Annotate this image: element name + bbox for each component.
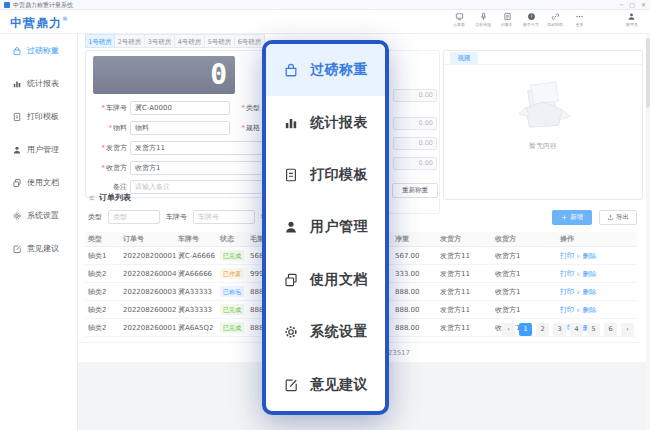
minimize-button[interactable]: ─ <box>620 0 624 10</box>
filter-type-label: 类型 <box>88 212 102 222</box>
net-field[interactable]: 0.00 <box>393 157 437 170</box>
more-button[interactable]: 更多 <box>568 12 590 27</box>
nav-menu-popup: 过磅称重 统计报表 打印模板 用户管理 使用文档 系统设置 意见建议 <box>262 40 389 415</box>
copy-docs-icon <box>283 272 299 288</box>
pagination: ‹ 1 2 3 4 5 6 › <box>502 323 634 336</box>
filter-type-input[interactable]: 类型 <box>108 210 160 224</box>
delete-link[interactable]: 删除 <box>582 288 596 296</box>
tab-scale-6[interactable]: 6号磅房 <box>235 34 265 48</box>
status-badge: 已完成 <box>220 322 244 333</box>
tare-field[interactable]: 0.00 <box>393 137 437 150</box>
sidebar-item-weighing[interactable]: 过磅称重 <box>0 34 77 67</box>
ellipsis-icon <box>575 12 584 21</box>
print-link[interactable]: 打印 <box>560 306 574 314</box>
gear-icon <box>12 211 22 221</box>
filter-plate-input[interactable]: 车牌号 <box>193 210 255 224</box>
window-titlebar: 中营鼎力称重计量系统 ─ □ ✕ <box>0 0 650 10</box>
weight-display: 0 <box>93 56 235 94</box>
tab-scale-3[interactable]: 3号磅房 <box>145 34 175 48</box>
help-circle-icon <box>527 12 536 21</box>
sidebar-item-docs[interactable]: 使用文档 <box>0 166 77 199</box>
app-header: 中营鼎力® ZHONGYINGDINGLI 小屏幕 语音播报 记事本 新手引导 <box>0 10 650 34</box>
tool-label: 小屏幕 <box>453 22 465 27</box>
type-label: *类型 <box>236 103 260 113</box>
material-input[interactable]: 物料 <box>130 121 230 135</box>
chevron-down-icon[interactable]: ∨ <box>576 252 580 259</box>
page-5[interactable]: 5 <box>587 323 600 336</box>
bar-chart-icon <box>12 79 22 89</box>
page-4[interactable]: 4 <box>570 323 583 336</box>
person-icon <box>627 12 636 21</box>
video-tab-strip: 视频 <box>444 51 642 65</box>
page-prev[interactable]: ‹ <box>502 323 515 336</box>
notepad-button[interactable]: 记事本 <box>496 12 518 27</box>
sidebar-item-print-template[interactable]: 打印模板 <box>0 100 77 133</box>
tab-scale-4[interactable]: 4号磅房 <box>175 34 205 48</box>
sidebar-item-user-management[interactable]: 用户管理 <box>0 133 77 166</box>
header-toolbar: 小屏幕 语音播报 记事本 新手引导 远程协助 更多 <box>448 12 590 27</box>
video-card: 视频 暂无内容 <box>443 50 643 200</box>
weight-field[interactable]: 0.00 <box>393 89 437 102</box>
guide-button[interactable]: 新手引导 <box>520 12 542 27</box>
page-next[interactable]: › <box>621 323 634 336</box>
material-label: *物料 <box>93 123 127 133</box>
page-1[interactable]: 1 <box>519 323 532 336</box>
sidebar-item-settings[interactable]: 系统设置 <box>0 199 77 232</box>
page-6[interactable]: 6 <box>604 323 617 336</box>
chevron-down-icon[interactable]: ∨ <box>576 306 580 313</box>
empty-box-icon <box>504 75 582 133</box>
delete-link[interactable]: 删除 <box>582 270 596 278</box>
status-badge: 已称毛 <box>220 286 244 297</box>
print-link[interactable]: 打印 <box>560 252 574 260</box>
reweigh-button[interactable]: 重新称重 <box>392 183 438 198</box>
user-label: 管理员 <box>625 22 637 27</box>
gear-icon <box>283 324 299 340</box>
menu-item-weighing[interactable]: 过磅称重 <box>266 44 385 96</box>
status-badge: 已作废 <box>220 268 244 279</box>
document-icon <box>12 112 22 122</box>
scrollbar[interactable] <box>646 34 650 430</box>
close-button[interactable]: ✕ <box>641 0 646 10</box>
export-button[interactable]: 导出 <box>599 210 637 225</box>
tool-label: 新手引导 <box>523 22 539 27</box>
print-link[interactable]: 打印 <box>560 270 574 278</box>
tab-scale-5[interactable]: 5号磅房 <box>205 34 235 48</box>
user-menu[interactable]: 管理员 <box>625 12 639 27</box>
remote-assist-button[interactable]: 远程协助 <box>544 12 566 27</box>
menu-item-settings[interactable]: 系统设置 <box>266 306 385 358</box>
plate-label: *车牌号 <box>93 103 127 113</box>
window-title: 中营鼎力称重计量系统 <box>13 0 73 10</box>
empty-text: 暂无内容 <box>444 141 642 151</box>
screen-icon <box>455 12 464 21</box>
delete-link[interactable]: 删除 <box>582 252 596 260</box>
chevron-down-icon[interactable]: ∨ <box>576 270 580 277</box>
scrollbar-thumb[interactable] <box>646 38 650 108</box>
gross-field[interactable]: 0.00 <box>393 117 437 130</box>
tab-scale-2[interactable]: 2号磅房 <box>115 34 145 48</box>
chevron-down-icon[interactable]: ∨ <box>576 288 580 295</box>
sidebar-nav: 过磅称重 统计报表 打印模板 用户管理 使用文档 系统设置 意见建议 <box>0 34 78 430</box>
add-order-button[interactable]: 新增 <box>552 210 592 225</box>
menu-item-user-management[interactable]: 用户管理 <box>266 201 385 253</box>
menu-item-docs[interactable]: 使用文档 <box>266 254 385 306</box>
menu-item-print-template[interactable]: 打印模板 <box>266 149 385 201</box>
person-icon <box>12 145 22 155</box>
delete-link[interactable]: 删除 <box>582 306 596 314</box>
maximize-button[interactable]: □ <box>629 0 635 10</box>
tab-scale-1[interactable]: 1号磅房 <box>85 34 115 48</box>
menu-item-reports[interactable]: 统计报表 <box>266 96 385 148</box>
receiver-label: *收货方 <box>93 163 127 173</box>
tool-label: 语音播报 <box>475 22 491 27</box>
page-3[interactable]: 3 <box>553 323 566 336</box>
small-screen-button[interactable]: 小屏幕 <box>448 12 470 27</box>
print-link[interactable]: 打印 <box>560 288 574 296</box>
sidebar-item-feedback[interactable]: 意见建议 <box>0 232 77 265</box>
video-empty-state: 暂无内容 <box>444 75 642 151</box>
plate-input[interactable]: 冀C-A0000 <box>130 101 230 115</box>
filter-plate-label: 车牌号 <box>166 212 187 222</box>
sidebar-item-reports[interactable]: 统计报表 <box>0 67 77 100</box>
voice-broadcast-button[interactable]: 语音播报 <box>472 12 494 27</box>
tab-video[interactable]: 视频 <box>450 52 478 65</box>
page-2[interactable]: 2 <box>536 323 549 336</box>
menu-item-feedback[interactable]: 意见建议 <box>266 359 385 411</box>
